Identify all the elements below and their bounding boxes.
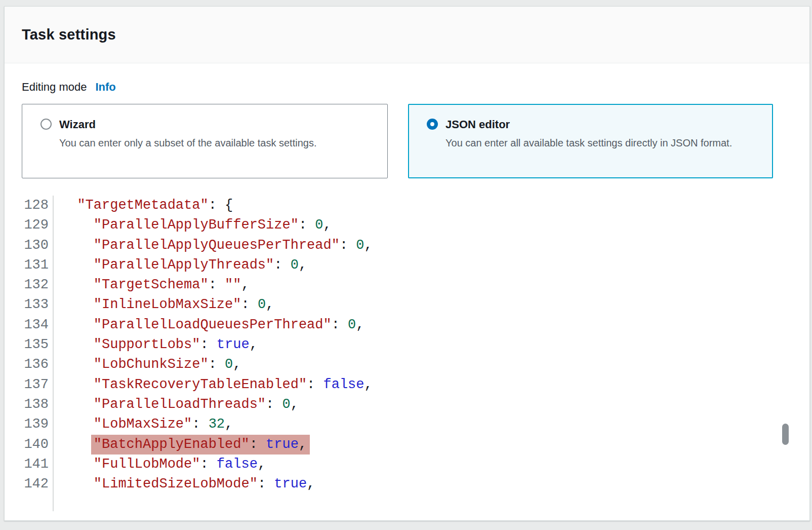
code-line[interactable]: 136 "LobChunkSize": 0, [22,355,373,374]
editing-mode-row: Editing mode Info [22,81,116,94]
code-text: "FullLobMode": false, [54,455,266,474]
line-number [22,494,54,511]
code-line[interactable]: 140 "BatchApplyEnabled": true, [22,435,373,455]
code-line[interactable]: 142 "LimitedSizeLobMode": true, [22,474,373,494]
editing-mode-option-json-editor[interactable]: JSON editor You can enter all available … [408,104,773,178]
code-text: "ParallelLoadQueuesPerThread": 0, [54,315,364,335]
code-text: "ParallelApplyBufferSize": 0, [54,215,332,235]
code-text: "InlineLobMaxSize": 0, [54,295,274,315]
code-text: "SupportLobs": true, [54,335,258,355]
line-number: 136 [22,355,54,374]
json-editor[interactable]: 128 "TargetMetadata": {129 "ParallelAppl… [22,196,373,511]
code-line[interactable]: 128 "TargetMetadata": { [22,196,373,215]
radio-unselected-icon[interactable] [40,119,52,130]
info-link[interactable]: Info [95,81,115,94]
line-number: 131 [22,255,54,275]
code-line[interactable]: 138 "ParallelLoadThreads": 0, [22,395,373,414]
line-number: 139 [22,414,54,434]
code-text: "LimitedSizeLobMode": true, [54,474,315,494]
code-text: "TargetMetadata": { [54,196,233,215]
json-option-description: You can enter all available task setting… [445,135,732,150]
code-text: "BatchApplyEnabled": true, [54,435,310,455]
code-text: "ParallelApplyQueuesPerThread": 0, [54,236,373,255]
line-number: 132 [22,275,54,295]
line-number: 141 [22,455,54,474]
panel-header: Task settings [5,7,809,63]
code-text: "LobChunkSize": 0, [54,355,241,374]
wizard-option-text: Wizard You can enter only a subset of th… [59,117,316,150]
radio-selected-icon[interactable] [427,119,438,130]
editor-scrollbar-thumb[interactable] [782,424,789,445]
json-option-text: JSON editor You can enter all available … [445,117,732,150]
line-number: 140 [22,435,54,455]
line-number: 137 [22,375,54,395]
code-line[interactable]: 132 "TargetSchema": "", [22,275,373,295]
line-number: 129 [22,215,54,235]
line-number: 142 [22,474,54,494]
editing-mode-label: Editing mode [22,81,87,94]
code-line[interactable]: 130 "ParallelApplyQueuesPerThread": 0, [22,236,373,255]
code-text: "ParallelApplyThreads": 0, [54,255,307,275]
page: Task settings Editing mode Info Wizard Y… [0,0,812,530]
line-number: 128 [22,196,54,215]
editing-mode-options: Wizard You can enter only a subset of th… [22,104,773,178]
code-text: "TaskRecoveryTableEnabled": false, [54,375,373,395]
line-number: 130 [22,236,54,255]
code-line[interactable]: 137 "TaskRecoveryTableEnabled": false, [22,375,373,395]
code-line[interactable]: 133 "InlineLobMaxSize": 0, [22,295,373,315]
wizard-option-description: You can enter only a subset of the avail… [59,135,316,150]
highlighted-code: "BatchApplyEnabled": true, [91,435,310,455]
line-number: 133 [22,295,54,315]
line-number: 134 [22,315,54,335]
code-text: "LobMaxSize": 32, [54,414,233,434]
code-line[interactable]: 139 "LobMaxSize": 32, [22,414,373,434]
code-line[interactable]: 134 "ParallelLoadQueuesPerThread": 0, [22,315,373,335]
line-number: 138 [22,395,54,414]
gutter-extension [22,494,373,511]
code-line[interactable]: 131 "ParallelApplyThreads": 0, [22,255,373,275]
json-option-label: JSON editor [445,117,732,132]
page-title: Task settings [22,26,116,43]
task-settings-panel: Task settings Editing mode Info Wizard Y… [4,6,810,521]
code-text: "TargetSchema": "", [54,275,250,295]
code-line[interactable]: 129 "ParallelApplyBufferSize": 0, [22,215,373,235]
editing-mode-option-wizard[interactable]: Wizard You can enter only a subset of th… [22,104,388,178]
code-line[interactable]: 141 "FullLobMode": false, [22,455,373,474]
code-text: "ParallelLoadThreads": 0, [54,395,299,414]
line-number: 135 [22,335,54,355]
wizard-option-label: Wizard [59,117,316,132]
code-line[interactable]: 135 "SupportLobs": true, [22,335,373,355]
